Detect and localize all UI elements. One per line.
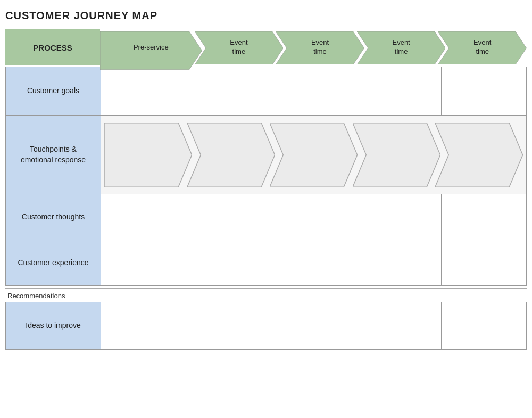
recommendations-label: Recommendations (5, 292, 65, 300)
ideas-cell-5 (442, 302, 526, 349)
svg-marker-8 (353, 123, 440, 187)
experience-cell-2 (186, 240, 271, 285)
goals-cell-3 (271, 67, 356, 115)
touchpoint-chev-3 (270, 123, 358, 187)
ideas-grid (101, 302, 526, 349)
process-row: PROCESS Pre-service Eventtime Eventtime (5, 29, 527, 65)
arrows-container: Pre-service Eventtime Eventtime Eventtim… (100, 29, 527, 65)
experience-cell-4 (356, 240, 442, 285)
customer-goals-label: Customer goals (6, 67, 101, 115)
experience-cell-5 (442, 240, 526, 285)
thoughts-cell-3 (271, 194, 356, 240)
customer-thoughts-label: Customer thoughts (6, 194, 101, 240)
customer-goals-grid (101, 67, 526, 115)
svg-marker-9 (435, 123, 523, 187)
ideas-row: Ideas to improve (5, 302, 527, 350)
touchpoint-chev-2 (187, 123, 275, 187)
step-event1: Eventtime (195, 31, 284, 63)
customer-experience-label: Customer experience (6, 240, 101, 285)
customer-goals-row: Customer goals (5, 67, 527, 116)
customer-experience-grid (101, 240, 526, 285)
goals-cell-4 (356, 67, 442, 115)
svg-marker-5 (104, 123, 192, 187)
ideas-cell-4 (356, 302, 442, 349)
svg-marker-6 (187, 123, 275, 187)
thoughts-cell-2 (186, 194, 271, 240)
ideas-cell-2 (186, 302, 271, 349)
touchpoint-chev-5 (435, 123, 523, 187)
step-event3: Eventtime (357, 31, 446, 63)
touchpoint-chev-1 (104, 123, 192, 187)
ideas-label: Ideas to improve (6, 302, 101, 349)
step-event2: Eventtime (276, 31, 364, 63)
svg-marker-7 (270, 123, 358, 187)
touchpoints-row: Touchpoints & emotional response (5, 116, 527, 194)
thoughts-cell-4 (356, 194, 442, 240)
goals-cell-1 (101, 67, 186, 115)
thoughts-cell-1 (101, 194, 186, 240)
goals-cell-2 (186, 67, 271, 115)
goals-cell-5 (442, 67, 526, 115)
recommendations-row: Recommendations (5, 288, 527, 302)
customer-experience-row: Customer experience (5, 240, 527, 286)
step-preservice: Pre-service (100, 31, 202, 63)
ideas-cell-1 (101, 302, 186, 349)
customer-thoughts-row: Customer thoughts (5, 194, 527, 240)
page-title: CUSTOMER JOURNEY MAP (5, 10, 527, 22)
customer-thoughts-grid (101, 194, 526, 240)
touchpoints-label: Touchpoints & emotional response (6, 116, 101, 194)
process-label: PROCESS (5, 29, 100, 65)
touchpoints-grid (101, 116, 526, 194)
thoughts-cell-5 (442, 194, 526, 240)
step-event4: Eventtime (438, 31, 527, 63)
touchpoint-chev-4 (353, 123, 440, 187)
experience-cell-3 (271, 240, 356, 285)
experience-cell-1 (101, 240, 186, 285)
ideas-cell-3 (271, 302, 356, 349)
